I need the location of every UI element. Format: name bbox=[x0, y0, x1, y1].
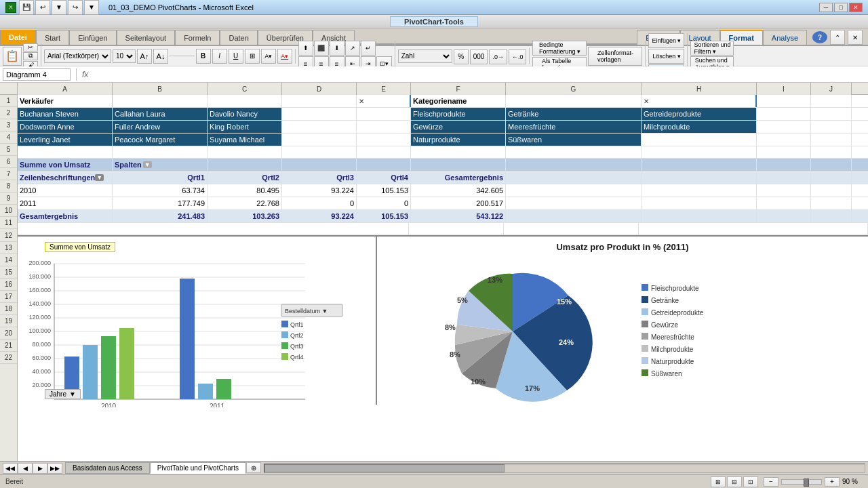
cell-a3[interactable]: Dodsworth Anne bbox=[18, 121, 113, 133]
tab-formeln[interactable]: Formeln bbox=[175, 30, 220, 45]
cell-c2[interactable]: Davolio Nancy bbox=[208, 108, 282, 120]
cell-b2[interactable]: Callahan Laura bbox=[113, 108, 208, 120]
scroll-right-btn[interactable]: ▶▶ bbox=[47, 463, 62, 474]
scroll-next-btn[interactable]: ▶ bbox=[33, 463, 47, 474]
underline-button[interactable]: U bbox=[229, 49, 243, 64]
cell-a2[interactable]: Buchanan Steven bbox=[18, 108, 113, 120]
help-button[interactable]: ? bbox=[812, 31, 827, 43]
maximize-button[interactable]: □ bbox=[834, 3, 848, 12]
ribbon-minimize[interactable]: ⌃ bbox=[830, 30, 845, 45]
paste-button[interactable]: 📋 bbox=[3, 47, 22, 66]
undo-button[interactable]: ↩ bbox=[35, 0, 50, 15]
cell-c9[interactable]: 22.768 bbox=[208, 197, 282, 209]
cell-a8[interactable]: 2010 bbox=[18, 184, 113, 197]
align-bottom[interactable]: ⬇ bbox=[330, 41, 344, 56]
cell-f9[interactable]: 200.517 bbox=[411, 197, 506, 209]
copy-button[interactable]: ⧉ bbox=[23, 52, 38, 60]
col-header-g[interactable]: G bbox=[506, 83, 642, 95]
cell-b4[interactable]: Peacock Margaret bbox=[113, 134, 208, 146]
border-button[interactable]: ⊞ bbox=[245, 49, 260, 64]
page-layout-btn[interactable]: ⊟ bbox=[727, 476, 742, 487]
jahre-filter-button[interactable]: Jahre ▼ bbox=[45, 389, 81, 399]
cell-e10[interactable]: 105.153 bbox=[357, 210, 411, 222]
decrease-decimal[interactable]: ←.0 bbox=[509, 49, 527, 64]
tab-analyse[interactable]: Analyse bbox=[763, 30, 807, 45]
cell-g4[interactable]: Süßwaren bbox=[506, 134, 642, 146]
insert-sheet-button[interactable]: ⊕ bbox=[246, 462, 261, 473]
wrap-text[interactable]: ↵ bbox=[361, 41, 376, 56]
cell-d9[interactable]: 0 bbox=[282, 197, 357, 209]
col-header-d[interactable]: D bbox=[282, 83, 357, 95]
font-family-select[interactable]: Arial (Textkörper) bbox=[44, 49, 111, 63]
cell-b3[interactable]: Fuller Andrew bbox=[113, 121, 208, 133]
fill-color-button[interactable]: A▾ bbox=[261, 49, 276, 64]
col-header-i[interactable]: I bbox=[757, 83, 811, 95]
col-header-c[interactable]: C bbox=[208, 83, 282, 95]
col-header-h[interactable]: H bbox=[642, 83, 757, 95]
ribbon-close[interactable]: ✕ bbox=[848, 30, 863, 45]
cell-f4[interactable]: Naturprodukte bbox=[411, 134, 506, 146]
cell-styles-button[interactable]: Zellenformat-vorlagen bbox=[588, 47, 642, 66]
tab-daten[interactable]: Daten bbox=[220, 30, 257, 45]
sort-filter-button[interactable]: Sortieren undFiltern ▾ bbox=[690, 41, 734, 56]
cell-a4[interactable]: Leverling Janet bbox=[18, 134, 113, 146]
sheet-tab-pivottable[interactable]: PivotTable und PivotCharts bbox=[150, 462, 246, 474]
align-top[interactable]: ⬆ bbox=[298, 41, 313, 56]
zoom-out-btn[interactable]: − bbox=[764, 477, 778, 487]
cell-f2[interactable]: Fleischprodukte bbox=[411, 108, 506, 120]
col-header-a[interactable]: A bbox=[18, 83, 113, 95]
tab-einfuegen[interactable]: Einfügen bbox=[69, 30, 116, 45]
cell-a9[interactable]: 2011 bbox=[18, 197, 113, 209]
name-box[interactable] bbox=[3, 68, 71, 81]
cell-b8[interactable]: 63.734 bbox=[113, 184, 208, 197]
scroll-prev-btn[interactable]: ◀ bbox=[18, 463, 33, 474]
cell-f3[interactable]: Gewürze bbox=[411, 121, 506, 133]
cell-e8[interactable]: 105.153 bbox=[357, 184, 411, 197]
increase-font[interactable]: A↑ bbox=[137, 49, 152, 64]
col-header-j[interactable]: J bbox=[811, 83, 852, 95]
decrease-font[interactable]: A↓ bbox=[153, 49, 168, 64]
cell-g2[interactable]: Getränke bbox=[506, 108, 642, 120]
zoom-in-btn[interactable]: + bbox=[825, 477, 840, 487]
cell-f1[interactable]: Kategoriename bbox=[411, 95, 506, 107]
cell-d10[interactable]: 93.224 bbox=[282, 210, 357, 222]
page-break-btn[interactable]: ⊡ bbox=[743, 476, 758, 487]
quick-access-dropdown[interactable]: ▼ bbox=[84, 0, 99, 15]
text-rotate[interactable]: ↗ bbox=[345, 41, 360, 56]
percent-button[interactable]: % bbox=[454, 49, 469, 64]
delete-cells-button[interactable]: Löschen ▾ bbox=[648, 49, 684, 64]
redo-button[interactable]: ↪ bbox=[68, 0, 83, 15]
cell-c10[interactable]: 103.263 bbox=[208, 210, 282, 222]
formula-input[interactable] bbox=[91, 68, 865, 81]
cell-h3[interactable]: Milchprodukte bbox=[642, 121, 757, 133]
cell-c4[interactable]: Suyama Michael bbox=[208, 134, 282, 146]
cell-e9[interactable]: 0 bbox=[357, 197, 411, 209]
save-button[interactable]: 💾 bbox=[19, 0, 34, 15]
col-header-f[interactable]: F bbox=[411, 83, 506, 95]
sheet-tab-basisdaten[interactable]: Basisdaten aus Access bbox=[65, 462, 150, 474]
cell-c8[interactable]: 80.495 bbox=[208, 184, 282, 197]
cell-g3[interactable]: Meeresfrüchte bbox=[506, 121, 642, 133]
font-size-select[interactable]: 10 bbox=[113, 49, 136, 63]
scroll-left-btn[interactable]: ◀◀ bbox=[3, 463, 18, 474]
bold-button[interactable]: B bbox=[196, 49, 211, 64]
tab-seitenlayout[interactable]: Seitenlayout bbox=[117, 30, 176, 45]
cell-d8[interactable]: 93.224 bbox=[282, 184, 357, 197]
font-color-button[interactable]: A▾ bbox=[277, 49, 292, 64]
minimize-button[interactable]: ─ bbox=[819, 3, 833, 12]
col-header-b[interactable]: B bbox=[113, 83, 208, 95]
cell-b9[interactable]: 177.749 bbox=[113, 197, 208, 209]
cell-c3[interactable]: King Robert bbox=[208, 121, 282, 133]
cell-b10[interactable]: 241.483 bbox=[113, 210, 208, 222]
italic-button[interactable]: I bbox=[212, 49, 227, 64]
cell-f10[interactable]: 543.122 bbox=[411, 210, 506, 222]
undo-dropdown[interactable]: ▼ bbox=[52, 0, 66, 15]
cut-button[interactable]: ✂ bbox=[23, 43, 38, 52]
cell-a1[interactable]: Verkäufer bbox=[18, 95, 113, 107]
close-button[interactable]: ✕ bbox=[849, 3, 863, 12]
cell-h2[interactable]: Getreideprodukte bbox=[642, 108, 757, 120]
cell-a10[interactable]: Gesamtergebnis bbox=[18, 210, 113, 222]
conditional-format-button[interactable]: BedingteFormatierung ▾ bbox=[532, 41, 587, 56]
insert-cells-button[interactable]: Einfügen ▾ bbox=[648, 33, 684, 48]
zoom-slider[interactable] bbox=[781, 479, 822, 485]
